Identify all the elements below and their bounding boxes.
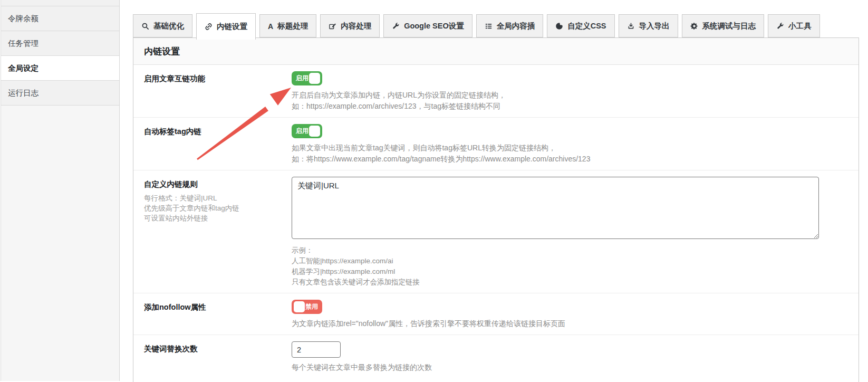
example-line: 只有文章包含该关键词才会添加指定链接 bbox=[292, 277, 848, 288]
tab-widgets[interactable]: 小工具 bbox=[768, 14, 820, 37]
field-label: 自动标签tag内链 bbox=[144, 127, 292, 137]
sidebar-item-task-management[interactable]: 任务管理 bbox=[1, 31, 119, 56]
field-label: 添加nofollow属性 bbox=[144, 302, 292, 312]
toggle-state-label: 启用 bbox=[296, 127, 308, 136]
tab-label: 标题处理 bbox=[277, 21, 308, 31]
field-label: 自定义内链规则 bbox=[144, 179, 292, 189]
description-line: 如：https://example.com/archives/123，与tag标… bbox=[292, 101, 848, 112]
sidebar-item-global-settings[interactable]: 全局设定 bbox=[1, 56, 119, 81]
row-auto-tag-links: 自动标签tag内链 启用 如果文章中出现当前文章tag关键词，则自动将tag标签… bbox=[133, 118, 859, 170]
replace-count-input[interactable] bbox=[292, 341, 341, 358]
row-enable-interlink: 启用文章互链功能 启用 开启后自动为文章添加内链，内链URL为你设置的固定链接结… bbox=[133, 65, 859, 118]
tab-label: 系统调试与日志 bbox=[702, 21, 756, 31]
tab-custom-css[interactable]: 自定义CSS bbox=[547, 14, 614, 37]
tab-system-debug-logs[interactable]: 系统调试与日志 bbox=[682, 14, 765, 37]
tab-google-seo[interactable]: Google SEO设置 bbox=[383, 14, 472, 37]
help-line: 优先级高于文章内链和tag内链 bbox=[144, 203, 292, 213]
row-label-cell: 自定义内链规则 每行格式：关键词|URL 优先级高于文章内链和tag内链 可设置… bbox=[144, 177, 292, 288]
tab-label: 全局内容插 bbox=[497, 21, 535, 31]
gear-icon bbox=[690, 22, 698, 30]
field-description: 如果文章中出现当前文章tag关键词，则自动将tag标签URL转换为固定链接结构，… bbox=[292, 142, 848, 165]
tab-title-processing[interactable]: A 标题处理 bbox=[259, 14, 316, 37]
toggle-state-label: 禁用 bbox=[305, 302, 318, 311]
tab-label: 内链设置 bbox=[217, 22, 247, 32]
tab-internal-links[interactable]: 内链设置 bbox=[196, 13, 256, 40]
settings-tabs: 基础优化 内链设置 A 标题处理 内容处理 Google SEO设置 bbox=[133, 13, 820, 37]
link-icon bbox=[205, 23, 213, 31]
tab-import-export[interactable]: 导入导出 bbox=[619, 14, 678, 37]
tab-global-content-insert[interactable]: 全局内容插 bbox=[476, 14, 544, 37]
description-line: 如果文章中出现当前文章tag关键词，则自动将tag标签URL转换为固定链接结构， bbox=[292, 142, 848, 154]
field-label: 启用文章互链功能 bbox=[144, 74, 292, 84]
field-description: 为文章内链添加rel="nofollow"属性，告诉搜索引擎不要将权重传递给该链… bbox=[292, 318, 848, 329]
nofollow-toggle[interactable]: 禁用 bbox=[292, 300, 322, 314]
paint-icon bbox=[555, 22, 563, 30]
page-title: 内链设置 bbox=[133, 38, 859, 65]
custom-rules-textarea[interactable] bbox=[292, 177, 819, 239]
field-description: 每个关键词在文章中最多替换为链接的次数 bbox=[292, 362, 848, 373]
tab-basic-optimization[interactable]: 基础优化 bbox=[133, 14, 192, 37]
tab-label: 自定义CSS bbox=[567, 21, 606, 31]
tab-content-processing[interactable]: 内容处理 bbox=[320, 14, 380, 37]
tab-label: 小工具 bbox=[788, 21, 812, 31]
toggle-knob bbox=[309, 73, 320, 84]
sidebar-empty-area bbox=[1, 106, 119, 380]
sidebar-item-token-balance[interactable]: 令牌余额 bbox=[1, 6, 119, 31]
tab-label: 基础优化 bbox=[153, 21, 184, 31]
sidebar: 令牌余额 任务管理 全局设定 运行日志 bbox=[1, 0, 120, 381]
row-control-cell: 禁用 为文章内链添加rel="nofollow"属性，告诉搜索引擎不要将权重传递… bbox=[292, 300, 848, 329]
row-keyword-replace-count: 关键词替换次数 每个关键词在文章中最多替换为链接的次数 bbox=[133, 335, 859, 378]
help-line: 可设置站内站外链接 bbox=[144, 213, 292, 223]
description-line: 如：将https://www.example.com/tag/tagname转换… bbox=[292, 154, 848, 165]
row-label-cell: 自动标签tag内链 bbox=[144, 124, 292, 165]
toggle-knob bbox=[294, 301, 305, 312]
sidebar-item-run-logs[interactable]: 运行日志 bbox=[1, 81, 119, 106]
tab-label: 导入导出 bbox=[639, 21, 670, 31]
tab-label: Google SEO设置 bbox=[404, 21, 464, 31]
field-examples: 示例： 人工智能|https://example.com/ai 机器学习|htt… bbox=[292, 245, 848, 288]
field-label: 关键词替换次数 bbox=[144, 344, 292, 354]
example-line: 人工智能|https://example.com/ai bbox=[292, 256, 848, 266]
description-line: 每个关键词在文章中最多替换为链接的次数 bbox=[292, 362, 848, 373]
import-export-icon bbox=[627, 22, 635, 30]
example-line: 示例： bbox=[292, 245, 848, 256]
field-help: 每行格式：关键词|URL 优先级高于文章内链和tag内链 可设置站内站外链接 bbox=[144, 193, 292, 223]
toggle-knob bbox=[309, 126, 320, 137]
wrench-icon bbox=[392, 22, 400, 30]
row-nofollow: 添加nofollow属性 禁用 为文章内链添加rel="nofollow"属性，… bbox=[133, 293, 859, 335]
field-description: 开启后自动为文章添加内链，内链URL为你设置的固定链接结构， 如：https:/… bbox=[292, 90, 848, 112]
help-line: 每行格式：关键词|URL bbox=[144, 193, 292, 203]
example-line: 机器学习|https://example.com/ml bbox=[292, 266, 848, 277]
row-control-cell: 示例： 人工智能|https://example.com/ai 机器学习|htt… bbox=[292, 177, 848, 288]
wrench-icon bbox=[776, 22, 784, 30]
letter-a-icon: A bbox=[268, 22, 273, 30]
row-control-cell: 启用 开启后自动为文章添加内链，内链URL为你设置的固定链接结构， 如：http… bbox=[292, 71, 848, 112]
settings-panel: 内链设置 启用文章互链功能 启用 开启后自动为文章添加内链，内链URL为你设置的… bbox=[133, 37, 859, 382]
row-label-cell: 启用文章互链功能 bbox=[144, 71, 292, 112]
row-control-cell: 每个关键词在文章中最多替换为链接的次数 bbox=[292, 341, 848, 373]
screen: 令牌余额 任务管理 全局设定 运行日志 基础优化 内链设置 A 标题处理 内容 bbox=[0, 0, 868, 382]
search-icon bbox=[141, 22, 149, 30]
row-label-cell: 关键词替换次数 bbox=[144, 341, 292, 373]
enable-interlink-toggle[interactable]: 启用 bbox=[292, 71, 322, 85]
list-icon bbox=[485, 22, 493, 30]
description-line: 为文章内链添加rel="nofollow"属性，告诉搜索引擎不要将权重传递给该链… bbox=[292, 318, 848, 329]
row-custom-link-rules: 自定义内链规则 每行格式：关键词|URL 优先级高于文章内链和tag内链 可设置… bbox=[133, 170, 859, 293]
edit-icon bbox=[329, 22, 336, 30]
auto-tag-toggle[interactable]: 启用 bbox=[292, 124, 322, 138]
row-label-cell: 添加nofollow属性 bbox=[144, 300, 292, 329]
row-control-cell: 启用 如果文章中出现当前文章tag关键词，则自动将tag标签URL转换为固定链接… bbox=[292, 124, 848, 165]
toggle-state-label: 启用 bbox=[296, 74, 308, 83]
sidebar-stub-item bbox=[1, 0, 119, 6]
tab-label: 内容处理 bbox=[341, 21, 371, 31]
description-line: 开启后自动为文章添加内链，内链URL为你设置的固定链接结构， bbox=[292, 90, 848, 101]
